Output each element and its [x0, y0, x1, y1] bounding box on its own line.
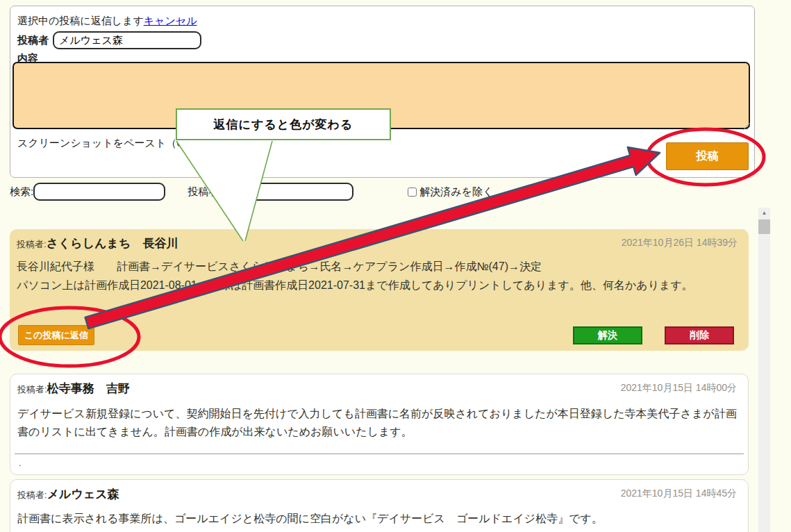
exclude-resolved-label: 解決済みを除く	[419, 185, 493, 199]
scroll-up-icon[interactable]: ▲	[758, 208, 770, 219]
resolve-post-button[interactable]: 解決	[573, 326, 642, 344]
post-header: 投稿者:メルウェス森	[17, 486, 119, 502]
post-header: 投稿者:松寺事務 吉野	[17, 381, 130, 397]
post-timestamp: 2021年10月15日 14時45分	[621, 488, 737, 500]
poster-input[interactable]	[53, 31, 201, 49]
post-item: 投稿者:松寺事務 吉野 2021年10月15日 14時00分 デイサービス新規登…	[10, 374, 749, 475]
search-poster-label: 投稿者:	[188, 185, 222, 199]
post-body-line: 計画書に表示される事業所は、ゴールエイジと松寺の間に空白がない『デイサービス ゴ…	[17, 509, 740, 528]
poster-prefix-label: 投稿者:	[17, 490, 47, 500]
search-filter-row: 検索: 投稿者: 解決済みを除く	[10, 183, 493, 201]
reply-banner-text: 選択中の投稿に返信します	[17, 15, 144, 26]
search-label: 検索:	[10, 185, 33, 199]
search-poster-input[interactable]	[222, 183, 353, 201]
post-body: 計画書に表示される事業所は、ゴールエイジと松寺の間に空白がない『デイサービス ゴ…	[17, 509, 740, 528]
poster-name: 松寺事務 吉野	[47, 382, 130, 395]
annotation-callout: 返信にすると色が変わる	[176, 108, 391, 140]
poster-prefix-label: 投稿者:	[17, 239, 47, 249]
post-body-line: パソコン上は計画作成日2021-08-01。実際は計画書作成日2021-07-3…	[17, 276, 740, 294]
reply-banner: 選択中の投稿に返信しますキャンセル	[17, 15, 197, 28]
exclude-resolved-checkbox[interactable]	[408, 188, 417, 197]
scrollbar-thumb[interactable]	[758, 219, 770, 234]
poster-field-label: 投稿者	[17, 34, 49, 47]
submit-post-button[interactable]: 投稿	[666, 142, 749, 170]
scrollbar-track[interactable]: ▲	[758, 208, 770, 532]
poster-name: メルウェス森	[47, 488, 119, 501]
cancel-reply-link[interactable]: キャンセル	[144, 15, 197, 26]
post-body-line: デイサービス新規登録について、契約開始日を先付けで入力しても計画書に名前が反映さ…	[17, 405, 740, 441]
poster-field-row: 投稿者	[17, 31, 201, 49]
reply-compose-panel: 選択中の投稿に返信しますキャンセル 投稿者 内容 スクリーンショットをペースト（…	[10, 6, 755, 178]
post-timestamp: 2021年10月26日 14時39分	[622, 237, 738, 249]
post-body-line: 長谷川紀代子様 計画書→デイサービスさくらしんまち→氏名→ケアプラン作成日→作成…	[17, 257, 740, 276]
annotation-callout-text: 返信にすると色が変わる	[214, 117, 353, 133]
post-footnote: .	[18, 310, 21, 320]
post-item: 投稿者:メルウェス森 2021年10月15日 14時45分 計画書に表示される事…	[10, 479, 749, 532]
post-header: 投稿者:さくらしんまち 長谷川	[17, 235, 178, 251]
search-input[interactable]	[33, 183, 165, 201]
exclude-resolved-wrap: 解決済みを除く	[408, 185, 493, 199]
textarea-resize-handle-icon[interactable]	[742, 122, 750, 130]
post-item-selected: 投稿者:さくらしんまち 長谷川 2021年10月26日 14時39分 長谷川紀代…	[10, 229, 749, 351]
post-timestamp: 2021年10月15日 14時00分	[621, 382, 737, 394]
post-divider	[15, 454, 744, 454]
delete-post-button[interactable]: 削除	[665, 326, 734, 344]
post-body: デイサービス新規登録について、契約開始日を先付けで入力しても計画書に名前が反映さ…	[17, 405, 740, 441]
poster-prefix-label: 投稿者:	[17, 384, 47, 394]
reply-to-post-button[interactable]: この投稿に返信	[18, 325, 94, 345]
post-footnote: .	[19, 458, 22, 468]
poster-name: さくらしんまち 長谷川	[47, 237, 178, 250]
post-body: 長谷川紀代子様 計画書→デイサービスさくらしんまち→氏名→ケアプラン作成日→作成…	[17, 257, 740, 294]
